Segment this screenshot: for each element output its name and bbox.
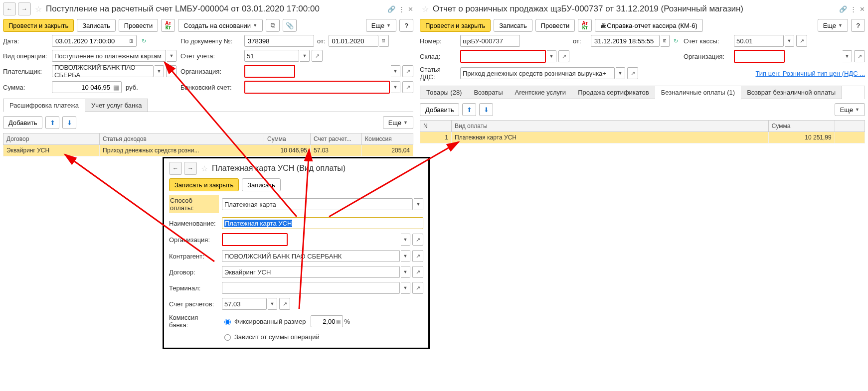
- optype-drop-icon[interactable]: ▼: [167, 50, 176, 62]
- move-down-button[interactable]: ⬇: [479, 103, 493, 116]
- org-open-icon[interactable]: ↗: [854, 50, 865, 62]
- tab-cashless[interactable]: Безналичные оплаты (1): [655, 86, 741, 100]
- payer-open-icon[interactable]: ↗: [166, 65, 176, 77]
- add-row-button[interactable]: Добавить: [3, 116, 42, 129]
- write-close-button[interactable]: Записать и закрыть: [169, 178, 239, 191]
- dds-field[interactable]: Приход денежных средств розничная выручк…: [460, 67, 615, 79]
- move-up-button[interactable]: ⬆: [45, 116, 59, 129]
- nav-back[interactable]: ←: [3, 2, 16, 15]
- date-field[interactable]: 🗓: [52, 35, 137, 47]
- settle-open-icon[interactable]: ↗: [279, 298, 290, 310]
- refresh-icon[interactable]: ↻: [139, 35, 149, 46]
- tab-agent[interactable]: Агентские услуги: [509, 86, 573, 99]
- help-button[interactable]: ?: [399, 19, 413, 32]
- warehouse-field[interactable]: [460, 50, 546, 63]
- tab-breakdown[interactable]: Расшифровка платежа: [3, 99, 85, 112]
- nav-fwd[interactable]: →: [18, 2, 31, 15]
- create-based-button[interactable]: Создать на основании▼: [178, 19, 263, 32]
- pricetype-link[interactable]: Тип цен: Розничный тип цен (НДС ...: [755, 70, 865, 77]
- cashier-report-button[interactable]: 🖶 Справка-отчет кассира (КМ-6): [595, 19, 703, 32]
- post-button[interactable]: Провести: [535, 19, 575, 32]
- docnum-field[interactable]: [244, 35, 314, 47]
- depends-radio[interactable]: Зависит от суммы операций: [222, 333, 423, 341]
- fromdate-field[interactable]: [591, 35, 660, 47]
- counterparty-drop-icon[interactable]: ▼: [401, 250, 410, 262]
- atkt-button[interactable]: АтКт: [578, 19, 592, 32]
- add-row-button[interactable]: Добавить: [420, 103, 459, 116]
- tab-returns[interactable]: Возвраты: [468, 86, 509, 99]
- fromdate-cal-icon[interactable]: 🗓: [379, 35, 389, 47]
- attach-button[interactable]: 📎: [283, 19, 297, 32]
- close-icon[interactable]: ✕: [408, 5, 413, 13]
- contract-drop-icon[interactable]: ▼: [401, 266, 410, 278]
- org-open-icon[interactable]: ↗: [402, 65, 413, 77]
- org-drop-icon[interactable]: ▼: [843, 50, 852, 62]
- struct-button[interactable]: ⧉: [266, 19, 280, 32]
- fromdate-field[interactable]: [329, 35, 378, 47]
- cashacc-drop-icon[interactable]: ▼: [785, 35, 794, 47]
- menu-icon[interactable]: ⋮: [850, 5, 857, 13]
- optype-field[interactable]: Поступление по платежным картам: [52, 50, 166, 62]
- terminal-open-icon[interactable]: ↗: [412, 282, 423, 294]
- link-icon[interactable]: 🔗: [387, 5, 395, 13]
- table-row[interactable]: 1 Платежная карта УСН 10 251,99: [420, 132, 865, 143]
- contract-field[interactable]: Эквайринг УСН: [222, 266, 400, 278]
- num-field[interactable]: щзБУ-000737: [460, 35, 520, 47]
- dds-drop-icon[interactable]: ▼: [616, 67, 625, 79]
- settle-drop-icon[interactable]: ▼: [268, 298, 277, 310]
- more-button[interactable]: Еще▼: [818, 19, 848, 32]
- bankacc-field[interactable]: [244, 81, 390, 94]
- org-field[interactable]: [244, 65, 295, 78]
- fixed-radio[interactable]: Фиксированный размер: [222, 317, 306, 325]
- contract-open-icon[interactable]: ↗: [412, 266, 423, 278]
- sum-field[interactable]: ▦: [52, 81, 122, 93]
- counterparty-field[interactable]: ПОВОЛЖСКИЙ БАНК ПАО СБЕРБАНК: [222, 250, 400, 262]
- more-button[interactable]: Еще▼: [366, 19, 396, 32]
- name-field[interactable]: Платежная карта УСН: [222, 217, 423, 229]
- payer-field[interactable]: ПОВОЛЖСКИЙ БАНК ПАО СБЕРБА: [52, 65, 154, 77]
- post-close-button[interactable]: Провести и закрыть: [3, 19, 74, 32]
- account-drop-icon[interactable]: ▼: [300, 50, 310, 62]
- warehouse-drop-icon[interactable]: ▼: [547, 50, 556, 62]
- calendar-icon[interactable]: 🗓: [129, 38, 134, 44]
- org-open-icon[interactable]: ↗: [412, 234, 423, 246]
- account-field[interactable]: 51: [244, 50, 299, 62]
- table-more-button[interactable]: Еще▼: [835, 103, 865, 116]
- move-up-button[interactable]: ⬆: [462, 103, 476, 116]
- org-drop-icon[interactable]: ▼: [391, 65, 400, 77]
- table-more-button[interactable]: Еще▼: [383, 116, 413, 129]
- cashacc-open-icon[interactable]: ↗: [796, 35, 807, 47]
- write-button[interactable]: Записать: [494, 19, 532, 32]
- tab-certs[interactable]: Продажа сертификатов: [572, 86, 656, 99]
- post-close-button[interactable]: Провести и закрыть: [420, 19, 491, 32]
- settle-field[interactable]: 57.03: [222, 298, 267, 310]
- counterparty-open-icon[interactable]: ↗: [412, 250, 423, 262]
- org-field[interactable]: [734, 50, 785, 63]
- dds-open-icon[interactable]: ↗: [627, 67, 638, 79]
- atkt-button[interactable]: АтКт: [161, 19, 175, 32]
- nav-fwd[interactable]: →: [184, 162, 197, 175]
- method-field[interactable]: Платежная карта: [222, 198, 413, 210]
- payer-drop-icon[interactable]: ▼: [155, 65, 164, 77]
- fromdate-cal-icon[interactable]: 🗓: [661, 35, 669, 47]
- org-drop-icon[interactable]: ▼: [401, 234, 410, 246]
- menu-icon[interactable]: ⋮: [398, 5, 405, 13]
- terminal-field[interactable]: [222, 282, 400, 294]
- write-button[interactable]: Записать: [242, 178, 281, 191]
- org-field[interactable]: [222, 233, 288, 246]
- account-open-icon[interactable]: ↗: [312, 50, 323, 62]
- refresh-icon[interactable]: ↻: [672, 35, 681, 46]
- link-icon[interactable]: 🔗: [839, 5, 847, 13]
- bankacc-open-icon[interactable]: ↗: [402, 81, 413, 93]
- tab-bankservices[interactable]: Учет услуг банка: [85, 99, 148, 112]
- help-button[interactable]: ?: [851, 19, 865, 32]
- fav-star-icon[interactable]: ☆: [201, 164, 208, 173]
- percent-field[interactable]: ▦: [311, 315, 343, 327]
- write-button[interactable]: Записать: [77, 19, 116, 32]
- tab-cashless-return[interactable]: Возврат безналичной оплаты: [741, 86, 842, 99]
- post-button[interactable]: Провести: [119, 19, 159, 32]
- tab-goods[interactable]: Товары (28): [420, 86, 468, 99]
- cashacc-field[interactable]: 50.01: [734, 35, 784, 47]
- method-drop-icon[interactable]: ▼: [414, 198, 423, 210]
- fav-star-icon[interactable]: ☆: [35, 4, 42, 14]
